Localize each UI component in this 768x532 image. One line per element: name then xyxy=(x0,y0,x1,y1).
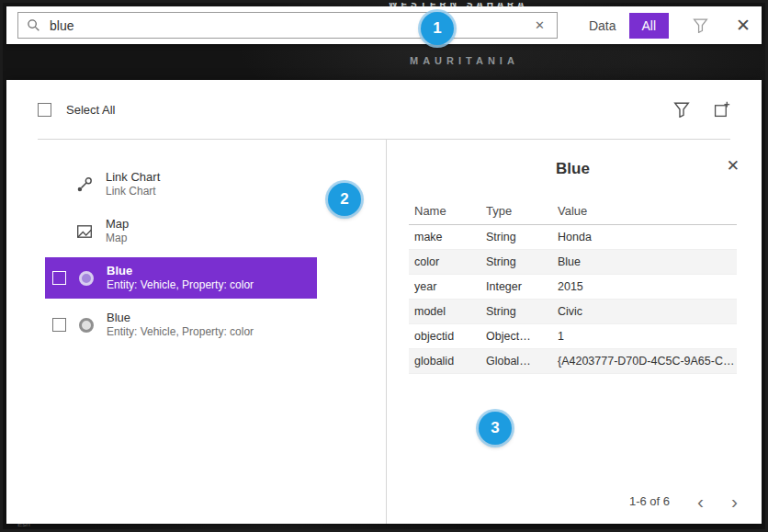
result-checkbox[interactable] xyxy=(52,318,66,332)
search-icon xyxy=(27,18,40,32)
cell-value: 1 xyxy=(552,330,737,343)
result-text: Blue Entity: Vehicle, Property: color xyxy=(107,264,254,292)
app-window: WESTERN SAHARA MAURITANIA Esri ✕ Data Al… xyxy=(0,0,768,532)
map-icon xyxy=(76,223,93,240)
result-subtitle: Link Chart xyxy=(106,185,160,198)
search-input-box: ✕ xyxy=(17,12,558,39)
table-header-row: Name Type Value xyxy=(409,197,737,225)
cell-type: String xyxy=(480,305,552,318)
all-toggle-button[interactable]: All xyxy=(629,13,670,39)
result-checkbox[interactable] xyxy=(52,271,66,285)
entity-icon xyxy=(79,271,94,286)
cell-name: make xyxy=(409,231,480,243)
result-item-blue[interactable]: Blue Entity: Vehicle, Property: color xyxy=(45,304,317,345)
cell-type: String xyxy=(480,255,552,268)
close-search-icon[interactable]: ✕ xyxy=(736,17,751,34)
annotation-step-3: 3 xyxy=(479,412,512,445)
search-results-panel: Select All Link Chart xyxy=(6,80,762,524)
result-text: Blue Entity: Vehicle, Property: color xyxy=(107,311,254,339)
result-title: Map xyxy=(106,217,129,232)
detail-title: Blue xyxy=(409,160,737,178)
result-title: Blue xyxy=(107,264,254,278)
entity-icon xyxy=(79,318,94,333)
search-bar: ✕ Data All ✕ xyxy=(6,6,762,44)
filter-icon[interactable] xyxy=(693,17,708,33)
cell-value: Blue xyxy=(552,255,737,268)
cell-value: 2015 xyxy=(552,280,737,293)
select-all-label: Select All xyxy=(66,103,115,117)
table-row: globalid Global… {A4203777-D70D-4C5C-9A6… xyxy=(409,349,737,374)
cell-name: globalid xyxy=(409,355,480,368)
result-subtitle: Entity: Vehicle, Property: color xyxy=(107,278,254,292)
detail-panel: Blue ✕ Name Type Value make String Honda… xyxy=(386,140,762,524)
result-subtitle: Map xyxy=(106,232,129,245)
result-title: Blue xyxy=(107,311,254,325)
close-detail-icon[interactable]: ✕ xyxy=(727,158,740,174)
clear-search-icon[interactable]: ✕ xyxy=(531,17,548,34)
annotation-step-2: 2 xyxy=(328,183,361,216)
cell-value: {A4203777-D70D-4C5C-9A65-C… xyxy=(552,355,737,368)
cell-name: color xyxy=(409,255,480,268)
pagination: 1-6 of 6 ‹ › xyxy=(629,492,738,511)
cell-type: String xyxy=(480,231,552,243)
result-item-blue-selected[interactable]: Blue Entity: Vehicle, Property: color xyxy=(45,257,317,299)
column-header-type: Type xyxy=(480,204,552,218)
table-row: make String Honda xyxy=(409,225,737,250)
table-row: model String Civic xyxy=(409,300,737,324)
result-title: Link Chart xyxy=(106,170,160,185)
result-subtitle: Entity: Vehicle, Property: color xyxy=(107,325,254,339)
panel-header-icons xyxy=(673,101,730,118)
select-all-checkbox[interactable] xyxy=(38,103,51,117)
cell-type: Integer xyxy=(480,280,552,293)
table-row: color String Blue xyxy=(409,250,737,275)
prev-page-icon[interactable]: ‹ xyxy=(697,492,704,511)
panel-body: Link Chart Link Chart Map Map xyxy=(6,140,762,524)
table-row: year Integer 2015 xyxy=(409,275,737,300)
cell-type: Object… xyxy=(480,330,552,343)
result-text: Link Chart Link Chart xyxy=(106,170,160,198)
table-row: objectid Object… 1 xyxy=(409,324,737,349)
filter-results-icon[interactable] xyxy=(673,101,690,118)
cell-name: objectid xyxy=(409,330,480,343)
link-chart-icon xyxy=(76,176,93,193)
column-header-name: Name xyxy=(409,204,480,218)
properties-table: Name Type Value make String Honda color … xyxy=(409,197,737,374)
cell-value: Honda xyxy=(552,231,737,243)
add-to-list-icon[interactable] xyxy=(714,101,730,118)
search-bar-controls: Data All ✕ xyxy=(576,13,751,39)
annotation-step-1: 1 xyxy=(421,12,454,45)
pagination-label: 1-6 of 6 xyxy=(629,494,670,508)
map-label-country: MAURITANIA xyxy=(410,55,519,66)
column-header-value: Value xyxy=(552,204,737,218)
cell-name: model xyxy=(409,305,480,318)
data-toggle-button[interactable]: Data xyxy=(576,13,629,39)
cell-value: Civic xyxy=(552,305,737,318)
result-text: Map Map xyxy=(106,217,129,245)
next-page-icon[interactable]: › xyxy=(731,492,738,511)
result-item-map[interactable]: Map Map xyxy=(45,210,317,252)
cell-type: Global… xyxy=(480,355,552,368)
result-item-link-chart[interactable]: Link Chart Link Chart xyxy=(45,164,317,205)
cell-name: year xyxy=(409,280,480,293)
panel-header: Select All xyxy=(6,80,762,139)
